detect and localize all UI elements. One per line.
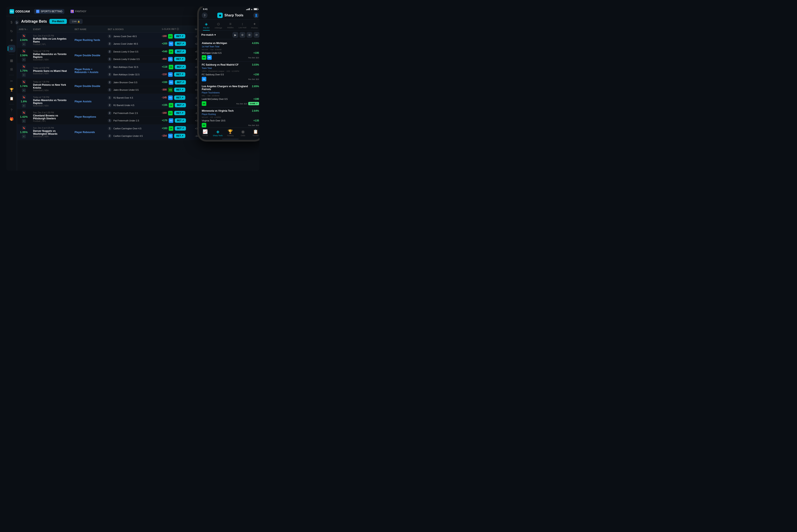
add-btn[interactable]: + bbox=[22, 89, 26, 92]
bet-button[interactable]: BET ↗ bbox=[174, 88, 185, 92]
bet-button[interactable]: BET ↗ bbox=[175, 41, 186, 46]
bet-button[interactable]: BET ↗ bbox=[175, 50, 186, 54]
bet-name-link[interactable]: Player Rushing Yards bbox=[75, 39, 100, 41]
bet-teams: FC Salzburg vs Real Madrid CF bbox=[202, 63, 239, 66]
nav-tab-sports[interactable]: 🛡 SPORTS BETTING bbox=[34, 9, 64, 14]
nav-tab-fantasy[interactable]: 🏆 FANTASY bbox=[69, 9, 89, 14]
book-icon: CS bbox=[168, 88, 173, 92]
bet-pick: James Cook Under 49.5 bbox=[113, 42, 138, 45]
rec-bet: Rec Bet: $20 bbox=[248, 57, 259, 59]
bet-pick: Pat Freiermuth Under 2.5 bbox=[113, 119, 139, 122]
bet-name-link[interactable]: Player Double Double bbox=[75, 85, 100, 88]
sidebar-item-bar[interactable]: ▦ bbox=[8, 57, 15, 64]
bet-button[interactable]: BET ↗ bbox=[174, 34, 185, 38]
bet-button[interactable]: BET ↗ bbox=[175, 80, 186, 84]
add-btn[interactable]: + bbox=[22, 119, 26, 123]
trends-icon: 📈 bbox=[203, 129, 208, 134]
bet-button[interactable]: BET ↗ bbox=[174, 111, 185, 115]
event-teams: Detroit Pistons vs New York Knicks bbox=[33, 83, 70, 89]
bookmark-btn[interactable]: 🔖 bbox=[22, 49, 26, 53]
arbitrage-icon: ⊙ bbox=[217, 22, 220, 26]
bet-odds-cell: -145 FD BET ↗ bbox=[159, 94, 192, 101]
settings-btn[interactable]: ⚙ bbox=[247, 32, 252, 38]
arb-pct-cell: 🔖 1.6% + bbox=[17, 94, 31, 109]
phone-nav-fantasy[interactable]: 🏆 Fantasy bbox=[224, 129, 237, 137]
phone-tab-pos-ev[interactable]: ◈ Pos EV bbox=[201, 21, 212, 31]
sidebar-item-refresh[interactable]: ↻ bbox=[8, 27, 15, 35]
bet-button[interactable]: BET ↗ bbox=[174, 134, 185, 138]
bet-num: 2 bbox=[108, 80, 111, 84]
bet-button[interactable]: BET ↗ bbox=[174, 72, 185, 77]
phone-nav-tracker[interactable]: 📋 Tracker bbox=[249, 129, 260, 137]
prematch-dropdown[interactable]: Pre-match ▾ bbox=[201, 33, 216, 36]
bet-button[interactable]: BET ↗ bbox=[175, 65, 186, 69]
bet-button[interactable]: BET ↗ bbox=[175, 103, 186, 107]
phone-bets-scroll: Alabama vs Michigan 4.03% 1st Half Team … bbox=[199, 39, 260, 128]
phone-tab-arbitrage[interactable]: ⊙ Arbitrage bbox=[212, 21, 224, 31]
bet-card-header: Alabama vs Michigan 4.03% bbox=[202, 42, 259, 45]
add-btn[interactable]: + bbox=[22, 134, 26, 138]
phone-profile-btn[interactable]: 👤 bbox=[253, 13, 259, 18]
bet-button[interactable]: BET ↗ bbox=[174, 95, 185, 100]
sidebar-item-trophy[interactable]: 🏆 bbox=[8, 86, 15, 93]
phone-nav-sharp-tools[interactable]: ◈ Sharp Tools bbox=[211, 129, 224, 137]
book-icon: FD bbox=[169, 80, 173, 85]
bet-type: Player Touchdowns bbox=[202, 92, 259, 94]
book-icon: DK bbox=[169, 103, 173, 108]
sidebar-item-notes[interactable]: 📋 bbox=[8, 95, 15, 102]
bet-odds: +150 bbox=[253, 73, 259, 76]
add-btn[interactable]: + bbox=[22, 104, 26, 108]
bet-row: Virginia Tech Over 19.5 +135 bbox=[202, 119, 259, 122]
bet-num: 1 bbox=[108, 127, 111, 130]
phone-app-name: Sharp Tools bbox=[224, 14, 243, 17]
add-btn[interactable]: + bbox=[22, 73, 26, 77]
bet-num: 1 bbox=[108, 88, 111, 92]
bet-name-link[interactable]: Player Rebounds bbox=[75, 131, 95, 134]
bookmark-btn[interactable]: 🔖 bbox=[22, 64, 26, 68]
bet-pick: Dereck Lively II Over 0.5 bbox=[113, 50, 138, 53]
phone-nav-trends[interactable]: 📈 Trends bbox=[199, 129, 211, 137]
bet-name-link[interactable]: Player Receptions bbox=[75, 115, 96, 118]
phone-tab-low-hold[interactable]: ↕ Low Hold bbox=[236, 21, 248, 31]
game-btn[interactable]: GAME ↗ bbox=[248, 102, 259, 105]
bet-name-cell: Player Points + Rebounds + Assists bbox=[72, 63, 105, 78]
book-icon: FD bbox=[168, 72, 173, 77]
book-chip: DK bbox=[202, 123, 206, 128]
bet-odds-cell: -180 DK BET ↗ bbox=[159, 33, 192, 40]
bet-name-link[interactable]: Player Double Double bbox=[75, 54, 100, 57]
sidebar-item-gift[interactable]: 🎁 bbox=[8, 115, 15, 123]
sidebar-item-chart[interactable]: ◈ bbox=[8, 36, 15, 43]
sidebar-item-help[interactable]: ? bbox=[8, 107, 15, 114]
filter-live-btn[interactable]: Live 🔒 bbox=[69, 19, 82, 24]
phone-nav-odds[interactable]: ◉ Odds bbox=[236, 129, 249, 137]
play-btn[interactable]: ▶ bbox=[232, 32, 238, 38]
phone-ctrl-btns: ▶ ⚙ ⚙ ⟳ bbox=[232, 32, 260, 38]
bookmark-btn[interactable]: 🔖 bbox=[22, 126, 26, 130]
bookmark-btn[interactable]: 🔖 bbox=[22, 34, 26, 38]
phone-tab-middles[interactable]: ≡ Middles bbox=[225, 21, 236, 31]
bet-button[interactable]: BET ↗ bbox=[175, 118, 186, 123]
add-btn[interactable]: + bbox=[22, 58, 26, 61]
bet-name-link[interactable]: Player Points + Rebounds + Assists bbox=[75, 68, 98, 74]
arb-pct-cell: 🔖 1.75% + bbox=[17, 63, 31, 78]
bet-meta: NCAAF · Tue · 9:00AM bbox=[202, 49, 259, 51]
odds-value: -145 bbox=[162, 96, 167, 99]
bet-pct: 2.64% bbox=[252, 109, 259, 112]
sidebar-item-dollar[interactable]: $ bbox=[8, 19, 15, 26]
filter-prematch-btn[interactable]: Pre-Match bbox=[50, 19, 67, 24]
bookmark-btn[interactable]: 🔖 bbox=[22, 80, 26, 84]
bet-button[interactable]: BET ↗ bbox=[175, 126, 186, 131]
bet-name-link[interactable]: Player Assists bbox=[75, 100, 92, 103]
bookmark-btn[interactable]: 🔖 bbox=[22, 95, 26, 99]
more-btn[interactable]: ⟳ bbox=[254, 32, 260, 38]
add-btn[interactable]: + bbox=[22, 42, 26, 46]
phone-help-btn[interactable]: ? bbox=[202, 13, 208, 18]
phone-tab-promos[interactable]: ✦ Promos bbox=[249, 21, 260, 31]
filter-btn[interactable]: ⚙ bbox=[240, 32, 245, 38]
sidebar-item-table[interactable]: ⊞ bbox=[8, 65, 15, 73]
bet-button[interactable]: BET ↗ bbox=[174, 57, 185, 61]
wifi-icon: ▲ bbox=[251, 8, 253, 11]
sidebar-item-tools[interactable]: ✂ bbox=[8, 77, 15, 85]
bookmark-btn[interactable]: 🔖 bbox=[22, 111, 26, 114]
sidebar-item-search[interactable]: ⊙ bbox=[8, 45, 15, 52]
